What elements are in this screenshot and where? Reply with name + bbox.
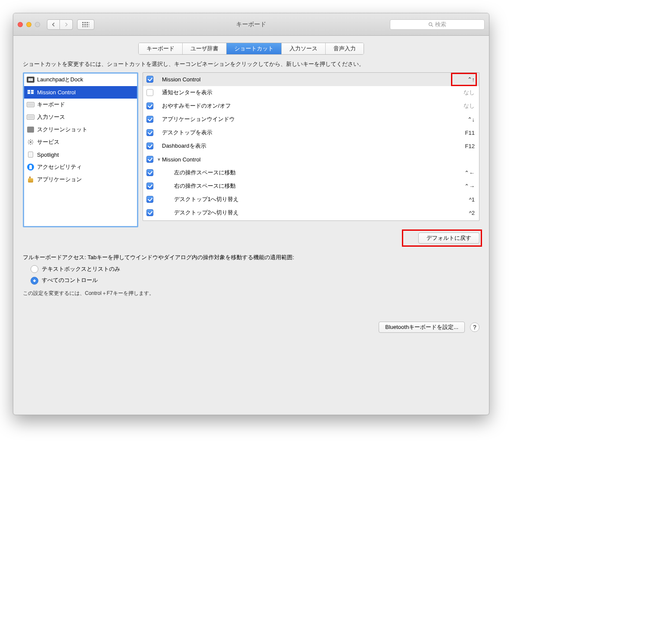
accessibility-icon xyxy=(27,164,34,170)
shortcut-binding[interactable]: ⌃↓ xyxy=(467,116,475,123)
shortcut-row[interactable]: Mission Control⌃↑ xyxy=(143,73,479,86)
shortcut-checkbox[interactable] xyxy=(146,102,153,109)
radio-label: テキストボックスとリストのみ xyxy=(42,265,120,274)
shortcut-checkbox[interactable] xyxy=(146,143,153,149)
shortcut-name: デスクトップを表示 xyxy=(162,129,465,136)
main-content: ショートカットを変更するには、ショートカットを選択し、キーコンビネーションをクリ… xyxy=(13,60,489,298)
preferences-window: キーボード 検索 キーボードユーザ辞書ショートカット入力ソース音声入力 ショート… xyxy=(13,13,489,415)
tab-3[interactable]: 入力ソース xyxy=(282,43,326,54)
shortcut-binding[interactable]: なし xyxy=(464,89,475,96)
shortcut-binding[interactable]: F12 xyxy=(465,143,475,149)
shortcut-row[interactable]: 右の操作スペースに移動⌃→ xyxy=(143,180,479,193)
tab-0[interactable]: キーボード xyxy=(139,43,183,54)
radio-button[interactable] xyxy=(31,265,38,273)
forward-button[interactable] xyxy=(60,19,73,30)
shortcut-binding[interactable]: F11 xyxy=(465,130,475,136)
restore-defaults-button[interactable]: デフォルトに戻す xyxy=(418,232,479,244)
shortcut-row[interactable]: デスクトップ2へ切り替え^2 xyxy=(143,206,479,220)
shortcut-binding[interactable]: ⌃→ xyxy=(464,183,475,189)
svg-line-1 xyxy=(432,25,433,26)
nav-buttons xyxy=(47,19,73,30)
zoom-window-button xyxy=(35,22,40,27)
category-item[interactable]: スクリーンショット xyxy=(24,124,137,136)
category-item[interactable]: LaunchpadとDock xyxy=(24,74,137,86)
shortcut-checkbox[interactable] xyxy=(146,89,153,96)
show-all-button[interactable] xyxy=(77,19,94,30)
category-item[interactable]: サービス xyxy=(24,136,137,149)
help-button[interactable]: ? xyxy=(470,322,479,332)
minimize-window-button[interactable] xyxy=(26,22,31,27)
category-label: Mission Control xyxy=(37,89,76,96)
category-item[interactable]: キーボード xyxy=(24,99,137,111)
radio-label: すべてのコントロール xyxy=(42,276,98,285)
shortcut-name: Mission Control xyxy=(162,76,467,83)
category-label: サービス xyxy=(37,138,59,146)
shortcut-name: 右の操作スペースに移動 xyxy=(162,182,464,190)
svg-line-10 xyxy=(32,140,33,141)
shortcut-name: Mission Control xyxy=(162,156,475,163)
shortcut-checkbox[interactable] xyxy=(146,183,153,189)
shortcut-binding[interactable]: ⌃← xyxy=(464,170,475,176)
category-item[interactable]: アクセシビリティ xyxy=(24,161,137,174)
tab-1[interactable]: ユーザ辞書 xyxy=(183,43,227,54)
search-input[interactable]: 検索 xyxy=(390,19,485,30)
search-icon xyxy=(428,22,433,27)
category-label: 入力ソース xyxy=(37,113,65,121)
shortcut-binding[interactable]: ^1 xyxy=(469,196,475,203)
chevron-right-icon xyxy=(64,22,68,27)
shortcut-binding[interactable]: ^2 xyxy=(469,210,475,216)
shortcut-name: アプリケーションウインドウ xyxy=(162,115,467,123)
category-label: Spotlight xyxy=(37,152,59,158)
shortcut-name: おやすみモードのオン/オフ xyxy=(162,102,464,110)
shortcut-name: デスクトップ2へ切り替え xyxy=(162,209,469,217)
shortcut-row[interactable]: デスクトップ1へ切り替え^1 xyxy=(143,193,479,206)
shortcut-checkbox[interactable] xyxy=(146,209,153,216)
shortcut-row[interactable]: Dashboardを表示F12 xyxy=(143,139,479,153)
category-label: アクセシビリティ xyxy=(37,163,82,171)
grid-icon xyxy=(82,22,89,27)
category-item[interactable]: 入力ソース xyxy=(24,111,137,124)
shortcut-name: デスクトップ1へ切り替え xyxy=(162,195,469,203)
shortcut-checkbox[interactable] xyxy=(146,76,153,83)
shortcut-checkbox[interactable] xyxy=(146,129,153,136)
category-list[interactable]: LaunchpadとDockMission Controlキーボード入力ソースス… xyxy=(23,72,138,227)
gear-icon xyxy=(27,139,34,146)
shortcut-list[interactable]: Mission Control⌃↑通知センターを表示なしおやすみモードのオン/オ… xyxy=(143,72,479,221)
shortcut-checkbox[interactable] xyxy=(146,169,153,176)
shortcut-row[interactable]: 左の操作スペースに移動⌃← xyxy=(143,166,479,180)
shortcut-binding[interactable]: ⌃↑ xyxy=(467,76,475,83)
category-item[interactable]: Spotlight xyxy=(24,149,137,161)
shortcut-row[interactable]: 通知センターを表示なし xyxy=(143,86,479,99)
fka-hint: この設定を変更するには、Control＋F7キーを押します。 xyxy=(23,289,479,298)
shortcut-binding[interactable]: なし xyxy=(464,102,475,110)
close-window-button[interactable] xyxy=(18,22,23,27)
disclosure-triangle-icon[interactable]: ▼ xyxy=(157,157,161,162)
category-item[interactable]: Mission Control xyxy=(24,86,137,99)
shortcut-checkbox[interactable] xyxy=(146,156,153,163)
shortcut-checkbox[interactable] xyxy=(146,196,153,203)
svg-line-8 xyxy=(32,143,33,144)
tab-bar: キーボードユーザ辞書ショートカット入力ソース音声入力 xyxy=(13,36,489,60)
application-icon xyxy=(27,176,34,183)
full-keyboard-access-section: フルキーボードアクセス: Tabキーを押してウインドウやダイアログ内の操作対象を… xyxy=(23,253,479,298)
launchpad-icon xyxy=(27,76,34,83)
category-item[interactable]: アプリケーション xyxy=(24,174,137,186)
shortcut-name: Dashboardを表示 xyxy=(162,142,465,150)
fka-text: フルキーボードアクセス: Tabキーを押してウインドウやダイアログ内の操作対象を… xyxy=(23,253,479,262)
keyboard-icon xyxy=(27,114,34,121)
shortcut-row[interactable]: ▼Mission Control xyxy=(143,153,479,166)
tab-2[interactable]: ショートカット xyxy=(227,43,282,54)
fka-option[interactable]: すべてのコントロール xyxy=(23,276,479,285)
svg-point-2 xyxy=(30,141,32,143)
shortcut-row[interactable]: アプリケーションウインドウ⌃↓ xyxy=(143,113,479,126)
shortcut-checkbox[interactable] xyxy=(146,116,153,123)
back-button[interactable] xyxy=(47,19,60,30)
radio-button[interactable] xyxy=(31,277,38,285)
shortcut-name: 左の操作スペースに移動 xyxy=(162,169,464,177)
shortcut-row[interactable]: デスクトップを表示F11 xyxy=(143,126,479,139)
tab-4[interactable]: 音声入力 xyxy=(326,43,364,54)
bluetooth-keyboard-button[interactable]: Bluetoothキーボードを設定... xyxy=(379,322,465,333)
shortcut-row[interactable]: おやすみモードのオン/オフなし xyxy=(143,99,479,113)
fka-option[interactable]: テキストボックスとリストのみ xyxy=(23,265,479,274)
category-label: LaunchpadとDock xyxy=(37,76,83,84)
